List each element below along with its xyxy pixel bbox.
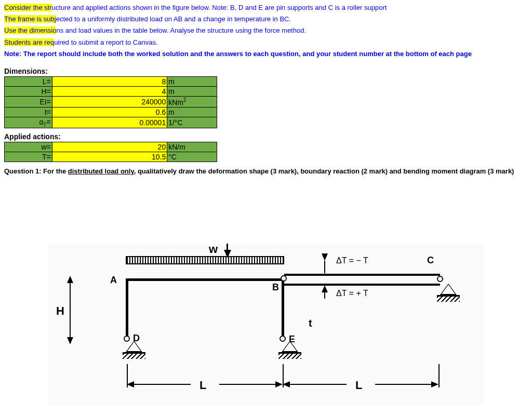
member-bc-top-fiber: [284, 274, 440, 276]
intro-line-1: Consider the structure and applied actio…: [4, 3, 528, 12]
dim-label: L=: [5, 76, 52, 86]
member-ab: [126, 278, 282, 281]
arrow-up-icon: [67, 276, 73, 283]
dim-value: 0.6: [52, 107, 167, 117]
intro-note: Note: The report should include both the…: [4, 49, 528, 59]
act-label: w=: [5, 142, 52, 152]
node-label-c: C: [427, 255, 434, 266]
intro-4-hl: Students are req: [4, 38, 54, 46]
roller-support-c: [440, 284, 457, 295]
arrow-up-icon: [322, 285, 328, 292]
ground-hatch-icon: [278, 354, 301, 359]
table-row: L= 8 m: [5, 76, 217, 86]
arrow-right-icon: [431, 381, 438, 387]
ground-hatch-icon: [437, 297, 460, 302]
intro-3-rest: ns and load values in the table below. A…: [56, 26, 306, 34]
arrow-down-icon: [322, 253, 328, 261]
arrow-right-icon: [275, 381, 283, 387]
dim-unit: m: [167, 76, 217, 86]
arrow-down-icon: [67, 337, 73, 344]
dim-value: 4: [52, 86, 167, 96]
dim-label: t=: [5, 107, 52, 117]
q1-emph: distributed load only: [68, 167, 134, 175]
act-label: T=: [5, 152, 52, 162]
node-b-circle: [281, 275, 287, 282]
intro-4-rest: uired to submit a report to Canvas.: [54, 38, 157, 46]
dim-value: 8: [52, 76, 167, 86]
node-label-a: A: [110, 275, 117, 286]
figure-container: w A B C D: [0, 177, 532, 406]
structure-figure: w A B C D: [48, 245, 484, 406]
delta-t-minus: ΔT = − T: [336, 256, 368, 265]
load-arrow-down-icon: [224, 250, 231, 258]
dim-label: H=: [5, 86, 52, 96]
dim-label: αT=: [5, 117, 52, 128]
problem-intro: Consider the structure and applied actio…: [0, 0, 532, 63]
dim-line-l2-left: [289, 384, 347, 385]
dtminus-bar: [324, 261, 325, 273]
dimensions-table: L= 8 m H= 4 m EI= 240000 kNm2 t= 0.6 m α…: [4, 76, 217, 128]
dim-label-h: H: [56, 304, 64, 318]
distributed-load-bar: [126, 256, 284, 264]
intro-line-3: Use the dimensions and load values in th…: [4, 26, 528, 35]
question-1: Question 1: For the distributed load onl…: [0, 162, 532, 177]
node-label-b: B: [272, 282, 279, 293]
q1-rest: , qualitatively draw the deformation sha…: [134, 167, 514, 175]
dim-line-l1-right: [219, 384, 276, 385]
dim-label-l1: L: [200, 379, 206, 392]
member-bc-bottom-fiber: [284, 284, 440, 286]
dim-label-l2: L: [355, 379, 362, 392]
dim-unit: kNm2: [167, 96, 217, 107]
intro-2-hl: The frame is subj: [4, 15, 56, 23]
intro-2-rest: ected to a uniformly distributed load on…: [56, 15, 291, 23]
intro-line-4: Students are required to submit a report…: [4, 38, 528, 47]
dim-unit: m: [167, 86, 217, 96]
table-row: t= 0.6 m: [5, 107, 217, 117]
dim-unit: 1/°C: [167, 117, 217, 128]
member-ad: [126, 278, 128, 341]
intro-line-2: The frame is subjected to a uniformly di…: [4, 15, 528, 24]
actions-table: w= 20 kN/m T= 10.5 °C: [4, 142, 217, 162]
node-c-circle: [437, 276, 443, 282]
table-row: T= 10.5 °C: [5, 152, 217, 162]
dim-line-l1-left: [134, 384, 191, 385]
ground-hatch-icon: [123, 354, 145, 359]
act-unit: kN/m: [167, 142, 217, 152]
dim-line-h: [70, 278, 71, 341]
dim-line-l2-right: [375, 384, 432, 385]
table-row: EI= 240000 kNm2: [5, 96, 217, 107]
actions-heading: Applied actions:: [0, 128, 532, 142]
intro-1-hl: Consider the str: [4, 4, 52, 11]
table-row: H= 4 m: [5, 86, 217, 96]
act-unit: °C: [167, 152, 217, 162]
arrow-left-icon: [127, 381, 134, 387]
node-label-e: E: [289, 334, 295, 345]
table-row: w= 20 kN/m: [5, 142, 217, 152]
dim-value: 0.00001: [52, 117, 167, 128]
act-value: 20: [52, 142, 167, 152]
dim-value: 240000: [52, 96, 167, 107]
act-value: 10.5: [52, 152, 167, 162]
dim-label-t: t: [309, 317, 312, 329]
load-label-w: w: [209, 243, 218, 256]
table-row: αT= 0.00001 1/°C: [5, 117, 217, 128]
dim-unit: m: [167, 107, 217, 117]
delta-t-plus: ΔT = + T: [336, 289, 368, 298]
intro-1-rest: ucture and applied actions shown in the …: [52, 4, 387, 11]
q1-prefix: Question 1: For the: [4, 167, 68, 175]
node-label-d: D: [133, 333, 140, 344]
intro-3-hl: Use the dimensio: [4, 26, 56, 34]
pin-inner: [442, 285, 455, 294]
dim-label: EI=: [5, 96, 52, 107]
dimensions-heading: Dimensions:: [0, 63, 532, 76]
arrow-left-icon: [283, 381, 290, 387]
member-be: [282, 278, 284, 341]
dim-tick: [438, 364, 440, 387]
